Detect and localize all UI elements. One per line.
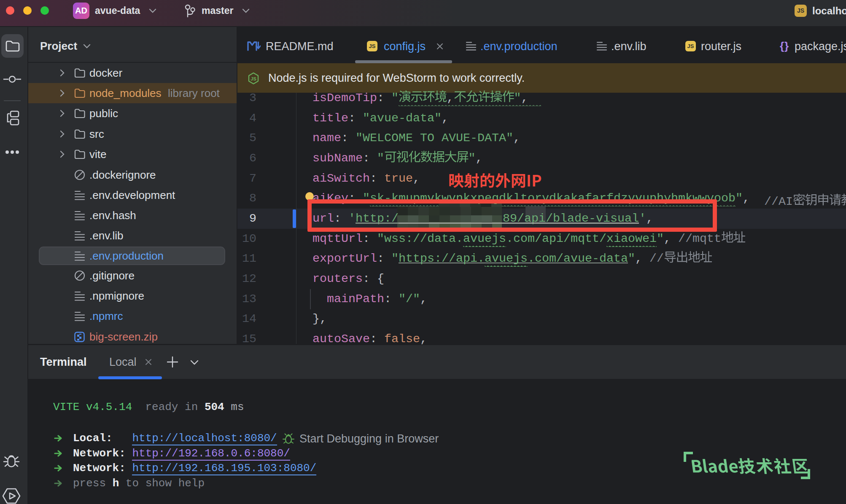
svg-text:JS: JS: [251, 76, 256, 81]
